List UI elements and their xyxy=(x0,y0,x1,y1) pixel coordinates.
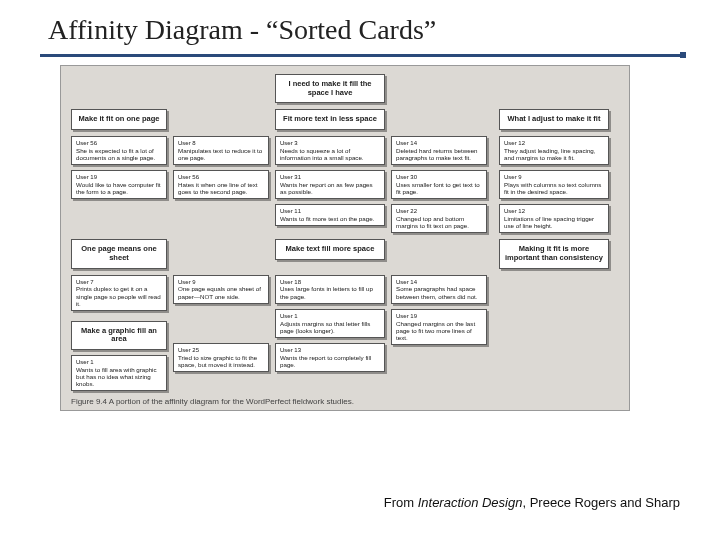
note-card: User 14Some paragraphs had space between… xyxy=(391,275,487,304)
group-header: Make it fit on one page xyxy=(71,109,167,130)
note-card: User 12They adjust leading, line spacing… xyxy=(499,136,609,165)
note-card: User 22Changed top and bottom margins to… xyxy=(391,204,487,233)
group-header: Make text fill more space xyxy=(275,239,385,260)
title-rule xyxy=(40,54,680,57)
note-card: User 8Manipulates text to reduce it to o… xyxy=(173,136,269,165)
note-card: User 9One page equals one sheet of paper… xyxy=(173,275,269,304)
note-card: User 14Deleted hard returns between para… xyxy=(391,136,487,165)
note-card: User 3Needs to squeeze a lot of informat… xyxy=(275,136,385,165)
group-header: Making it fit is more important than con… xyxy=(499,239,609,268)
credit-prefix: From xyxy=(384,495,418,510)
note-card: User 1Wants to fill area with graphic bu… xyxy=(71,355,167,391)
figure-caption: Figure 9.4 A portion of the affinity dia… xyxy=(71,397,619,406)
note-card: User 9Plays with columns so text columns… xyxy=(499,170,609,199)
card-band-2: User 7Prints duplex to get it on a singl… xyxy=(71,275,619,392)
note-card: User 31Wants her report on as few pages … xyxy=(275,170,385,199)
affinity-figure: I need to make it fill the space I have … xyxy=(60,65,630,411)
top-header-row: I need to make it fill the space I have xyxy=(71,74,619,103)
sub-header-row-1: Make it fit on one page Fit more text in… xyxy=(71,109,619,130)
note-card: User 19Changed margins on the last page … xyxy=(391,309,487,345)
note-card: User 11Wants to fit more text on the pag… xyxy=(275,204,385,226)
note-card: User 25Tried to size graphic to fit the … xyxy=(173,343,269,372)
note-card: User 19Would like to have computer fit t… xyxy=(71,170,167,199)
note-card: User 18Uses large fonts in letters to fi… xyxy=(275,275,385,304)
note-card: User 12Limitations of line spacing trigg… xyxy=(499,204,609,233)
note-card: User 1Adjusts margins so that letter fil… xyxy=(275,309,385,338)
note-card: User 56She is expected to fit a lot of d… xyxy=(71,136,167,165)
group-header: Fit more text in less space xyxy=(275,109,385,130)
card-band-1: User 56She is expected to fit a lot of d… xyxy=(71,136,619,233)
group-header: What I adjust to make it fit xyxy=(499,109,609,130)
group-header: One page means one sheet xyxy=(71,239,167,268)
note-card: User 30Uses smaller font to get text to … xyxy=(391,170,487,199)
group-header: I need to make it fill the space I have xyxy=(275,74,385,103)
credit-suffix: , Preece Rogers and Sharp xyxy=(522,495,680,510)
note-card: User 7Prints duplex to get it on a singl… xyxy=(71,275,167,311)
sub-header-row-2: One page means one sheet Make text fill … xyxy=(71,239,619,268)
note-card: User 13Wants the report to completely fi… xyxy=(275,343,385,372)
credit-line: From Interaction Design, Preece Rogers a… xyxy=(384,495,680,510)
note-card: User 56Hates it when one line of text go… xyxy=(173,170,269,199)
group-header: Make a graphic fill an area xyxy=(71,321,167,350)
slide-title: Affinity Diagram - “Sorted Cards” xyxy=(0,0,720,54)
credit-book: Interaction Design xyxy=(418,495,523,510)
